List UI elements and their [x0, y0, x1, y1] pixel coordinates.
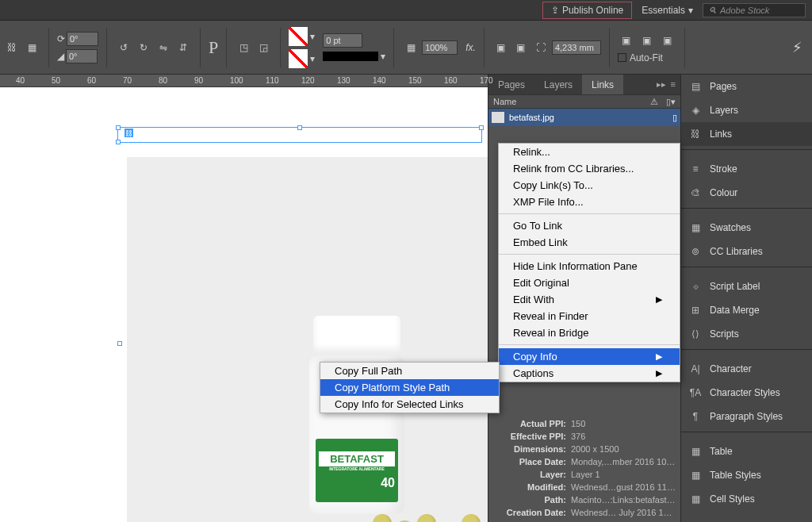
menu-item-relink-from-cc-libraries-[interactable]: Relink from CC Libraries... — [499, 160, 680, 177]
menu-item-label: Reveal in Bridge — [513, 327, 588, 339]
tab-layers[interactable]: Layers — [534, 75, 582, 94]
menu-item-xmp-file-info-[interactable]: XMP File Info... — [499, 194, 680, 210]
fx-label[interactable]: fx. — [465, 42, 476, 53]
fit-frame-icon[interactable]: ▣ — [618, 32, 635, 49]
flip-vertical-icon[interactable]: ⇵ — [174, 39, 192, 56]
corner-options2-icon[interactable]: ◲ — [255, 39, 272, 56]
chevron-down-icon: ▾ — [688, 5, 693, 16]
menu-item-reveal-in-bridge[interactable]: Reveal in Bridge — [499, 324, 680, 341]
stroke-none-swatch[interactable] — [289, 49, 308, 68]
opacity-icon: ▦ — [402, 39, 419, 56]
menu-item-embed-link[interactable]: Embed Link — [499, 234, 680, 251]
menu-item-copy-link-s-to-[interactable]: Copy Link(s) To... — [499, 177, 680, 194]
rotate-cw-icon[interactable]: ↻ — [135, 39, 152, 56]
chevron-down-icon[interactable]: ▾ — [310, 31, 315, 42]
warning-column-icon[interactable]: ⚠︎ — [650, 97, 658, 107]
text-wrap-none-icon[interactable]: ▣ — [492, 39, 510, 56]
menu-item-label: Relink from CC Libraries... — [513, 163, 634, 175]
opacity-input[interactable] — [422, 40, 458, 55]
link-item-betafast[interactable]: betafast.jpg ▯ — [488, 109, 680, 126]
right-panel-label: Pages — [710, 81, 737, 92]
menu-item-label: XMP File Info... — [513, 196, 584, 208]
chain-icon[interactable]: ⛓︎ — [3, 39, 21, 56]
right-panel-stroke[interactable]: ≡Stroke — [681, 157, 812, 181]
menu-item-edit-original[interactable]: Edit Original — [499, 274, 680, 291]
right-panel-character[interactable]: A|Character — [681, 357, 812, 381]
chevron-down-icon[interactable]: ▾ — [310, 53, 315, 64]
selection-frame-outer[interactable]: ⛓︎ — [117, 127, 482, 143]
right-panel-swatches[interactable]: ▦Swatches — [681, 216, 812, 240]
copy-info-submenu[interactable]: Copy Full PathCopy Platform Style PathCo… — [320, 362, 500, 413]
stroke-weight-input[interactable] — [323, 33, 362, 48]
selection-frame-inner[interactable] — [117, 341, 127, 351]
adobe-stock-search[interactable]: 🔍︎ Adobe Stock — [703, 3, 806, 17]
bottle-count: 40 — [381, 476, 395, 490]
pills-graphic — [373, 514, 481, 522]
right-panel-cc-libraries[interactable]: ⊚CC Libraries — [681, 240, 812, 263]
right-panel-table-styles[interactable]: ▦Table Styles — [681, 463, 812, 487]
publish-online-button[interactable]: ⇪ Publish Online — [542, 2, 632, 19]
link-frame-icon: ⛓︎ — [124, 129, 133, 137]
right-panel-script-label[interactable]: ⟐Script Label — [681, 274, 812, 298]
menu-item-copy-full-path[interactable]: Copy Full Path — [320, 363, 499, 379]
lightning-icon[interactable]: ⚡︎ — [792, 39, 802, 56]
pages-icon: ▤ — [689, 80, 702, 93]
fill-none-swatch[interactable] — [289, 27, 308, 46]
rotation-input[interactable] — [67, 32, 98, 46]
right-panel-character-styles[interactable]: ¶ACharacter Styles — [681, 381, 812, 405]
menu-item-hide-link-information-pane[interactable]: Hide Link Information Pane — [499, 258, 680, 274]
script-label-icon: ⟐ — [689, 280, 702, 293]
info-effective-ppi-value: 376 — [571, 432, 676, 441]
tab-pages[interactable]: Pages — [488, 75, 534, 94]
right-panel-label: Stroke — [710, 163, 737, 175]
paragraph-glyph-icon[interactable]: P — [209, 37, 218, 58]
menu-item-reveal-in-finder[interactable]: Reveal in Finder — [499, 308, 680, 324]
upload-icon: ⇪ — [551, 5, 559, 16]
panel-expand-icon[interactable]: ▸▸ — [657, 79, 666, 90]
right-panel-cell-styles[interactable]: ▦Cell Styles — [681, 487, 812, 511]
fit-content-icon[interactable]: ▣ — [638, 32, 656, 49]
menu-item-copy-info[interactable]: Copy Info▶ — [499, 348, 680, 365]
tab-links[interactable]: Links — [582, 75, 623, 94]
flip-horizontal-icon[interactable]: ⇋ — [155, 39, 172, 56]
menu-item-relink-[interactable]: Relink... — [499, 144, 680, 160]
ruler-tick: 100 — [230, 76, 243, 85]
menu-item-copy-info-for-selected-links[interactable]: Copy Info for Selected Links — [320, 396, 499, 413]
right-panel-label: CC Libraries — [710, 246, 763, 257]
text-wrap-bounding-icon[interactable]: ▣ — [512, 39, 530, 56]
workspace-switcher[interactable]: Essentials ▾ — [642, 5, 693, 16]
page-column-icon[interactable]: ▯▾ — [666, 97, 676, 107]
character-icon: A| — [689, 363, 702, 375]
right-panel-table[interactable]: ▦Table — [681, 439, 812, 463]
chevron-down-icon[interactable]: ▾ — [381, 51, 385, 62]
corner-options-icon[interactable]: ◳ — [235, 39, 252, 56]
menu-item-edit-with[interactable]: Edit With▶ — [499, 291, 680, 308]
fill-frame-icon[interactable]: ▣ — [659, 32, 676, 49]
menu-item-go-to-link[interactable]: Go To Link — [499, 217, 680, 234]
info-modified-value: Wednesd…gust 2016 11:08 — [571, 482, 676, 492]
panel-menu-icon[interactable]: ≡ — [671, 79, 676, 90]
right-panel-pages[interactable]: ▤Pages — [681, 75, 812, 98]
stroke-style-swatch[interactable] — [323, 52, 378, 61]
menu-item-copy-platform-style-path[interactable]: Copy Platform Style Path — [320, 379, 499, 396]
rotate-ccw-icon[interactable]: ↺ — [115, 39, 132, 56]
right-panel-data-merge[interactable]: ⊞Data Merge — [681, 298, 812, 322]
menu-item-captions[interactable]: Captions▶ — [499, 365, 680, 382]
right-panel-layers[interactable]: ◈Layers — [681, 98, 812, 122]
links-context-menu[interactable]: Relink...Relink from CC Libraries...Copy… — [498, 143, 680, 382]
right-panel-scripts[interactable]: ⟨⟩Scripts — [681, 322, 812, 346]
checkbox-icon[interactable] — [618, 53, 626, 62]
right-panel-paragraph-styles[interactable]: ¶Paragraph Styles — [681, 405, 812, 428]
menu-item-label: Captions — [513, 367, 553, 379]
right-panel-links[interactable]: ⛓︎Links — [681, 122, 812, 146]
menu-item-label: Copy Platform Style Path — [335, 382, 450, 393]
shear-input[interactable] — [66, 49, 98, 63]
frame-bound-icon[interactable]: ⛶ — [532, 39, 550, 56]
character-styles-icon: ¶A — [689, 386, 702, 399]
canvas[interactable]: BETAFAST INTEGRATORE ALIMENTARE 40 ⛓︎ — [0, 87, 488, 522]
selector-icon[interactable]: ▦ — [23, 39, 40, 56]
info-dimensions-value: 2000 x 1500 — [571, 444, 676, 454]
right-panel-colour[interactable]: 🎨︎Colour — [681, 181, 812, 205]
menu-item-label: Reveal in Finder — [513, 310, 588, 322]
dimension-input[interactable] — [552, 40, 601, 55]
